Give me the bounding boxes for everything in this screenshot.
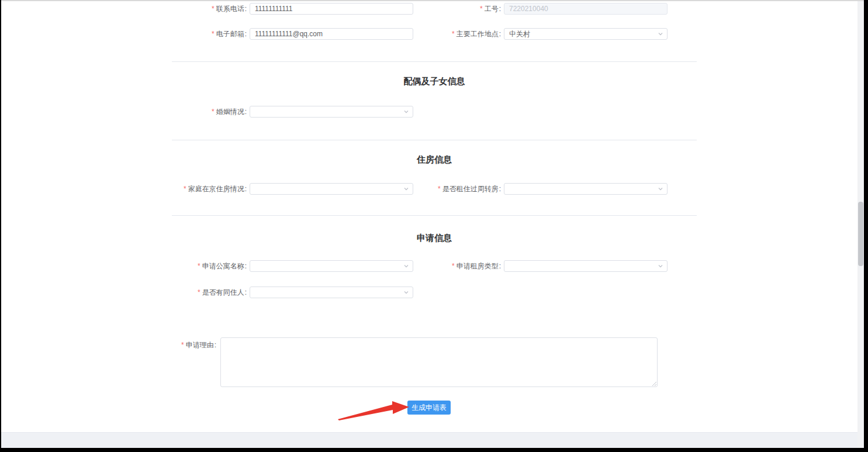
required-asterisk: *	[212, 108, 215, 116]
application-reason-textarea[interactable]	[220, 337, 658, 387]
required-asterisk: *	[181, 341, 184, 349]
section-divider	[172, 61, 697, 62]
family-housing-label: *家庭在京住房情况:	[141, 183, 247, 195]
required-asterisk: *	[198, 288, 200, 296]
required-asterisk: *	[212, 30, 215, 38]
required-asterisk: *	[438, 185, 441, 193]
section-divider	[172, 140, 697, 140]
family-housing-select[interactable]	[250, 183, 413, 195]
contact-phone-label: *联系电话:	[141, 3, 247, 15]
work-location-select[interactable]: 中关村	[504, 28, 668, 40]
work-location-label: *主要工作地点:	[399, 28, 501, 40]
housing-section-title: 住房信息	[172, 154, 697, 165]
employee-id-input	[504, 3, 668, 15]
email-label: *电子邮箱:	[141, 28, 247, 40]
apartment-name-label: *申请公寓名称:	[141, 260, 247, 272]
screenshot-frame: *联系电话: *工号: *电子邮箱: *主要工作地点: 中关村 配偶及子女信息 …	[0, 0, 868, 452]
co-resident-label: *是否有同住人:	[141, 287, 247, 298]
section-divider	[172, 215, 697, 216]
marital-status-select[interactable]	[250, 106, 413, 118]
employee-id-label: *工号:	[399, 3, 501, 15]
required-asterisk: *	[452, 262, 455, 270]
required-asterisk: *	[452, 30, 455, 38]
required-asterisk: *	[212, 5, 215, 13]
rental-type-label: *申请租房类型:	[399, 260, 501, 272]
rented-transition-housing-label: *是否租住过周转房:	[399, 183, 501, 195]
scrollbar-track[interactable]	[857, 1, 864, 448]
spouse-children-section-title: 配偶及子女信息	[172, 76, 697, 87]
scrollbar-thumb[interactable]	[858, 202, 863, 266]
required-asterisk: *	[480, 5, 483, 13]
chevron-down-icon	[658, 31, 663, 37]
required-asterisk: *	[198, 262, 200, 270]
marital-status-label: *婚姻情况:	[141, 106, 247, 118]
chevron-down-icon	[403, 109, 409, 115]
page-footer	[1, 432, 857, 448]
application-reason-label: *申请理由:	[141, 339, 216, 351]
email-input[interactable]	[250, 28, 413, 40]
work-location-value: 中关村	[509, 29, 658, 39]
generate-application-button[interactable]: 生成申请表	[407, 401, 451, 415]
application-section-title: 申请信息	[172, 233, 697, 244]
chevron-down-icon	[658, 263, 663, 269]
chevron-down-icon	[658, 186, 663, 192]
co-resident-select[interactable]	[250, 287, 413, 298]
rental-type-select[interactable]	[504, 260, 668, 272]
application-form-page: *联系电话: *工号: *电子邮箱: *主要工作地点: 中关村 配偶及子女信息 …	[1, 1, 857, 448]
annotation-arrow	[324, 399, 410, 423]
chevron-down-icon	[403, 289, 409, 295]
apartment-name-select[interactable]	[250, 260, 413, 272]
required-asterisk: *	[184, 185, 186, 193]
rented-transition-housing-select[interactable]	[504, 183, 668, 195]
contact-phone-input[interactable]	[250, 3, 413, 15]
